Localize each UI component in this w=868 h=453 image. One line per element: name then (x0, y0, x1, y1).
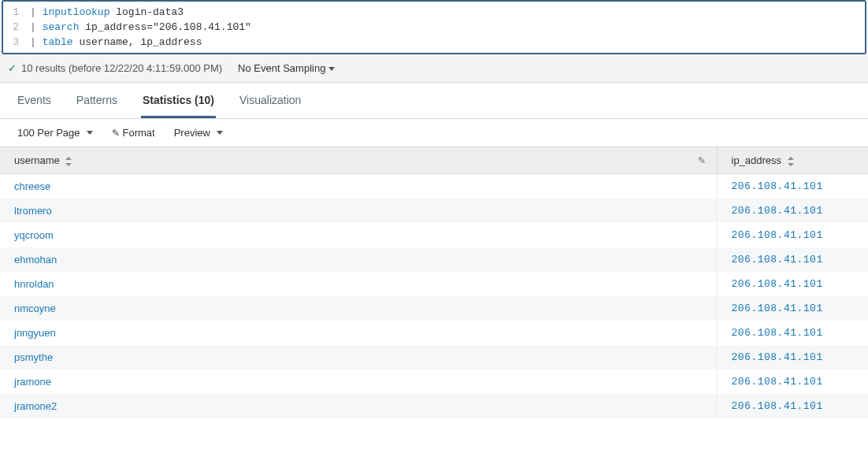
ip-cell[interactable]: 206.108.41.101 (717, 174, 868, 199)
table-row: ltromero 206.108.41.101 (0, 199, 868, 223)
edit-column-icon[interactable]: ✎ (698, 155, 706, 166)
code-line-1[interactable]: | inputlookup login-data3 (25, 2, 865, 20)
line-number: 1 (3, 2, 25, 20)
ip-cell[interactable]: 206.108.41.101 (717, 394, 868, 418)
column-header-ip-address[interactable]: ip_address (717, 147, 868, 174)
sort-icon (65, 157, 72, 166)
table-toolbar: 100 Per Page ✎ Format Preview (0, 119, 868, 147)
username-cell[interactable]: yqcroom (0, 223, 717, 247)
table-row: chreese 206.108.41.101 (0, 174, 868, 199)
tab-statistics[interactable]: Statistics (10) (141, 83, 216, 118)
username-cell[interactable]: jramone (0, 369, 717, 394)
caret-down-icon (328, 67, 335, 71)
ip-cell[interactable]: 206.108.41.101 (717, 247, 868, 272)
table-row: hnroldan 206.108.41.101 (0, 272, 868, 296)
sort-icon (788, 157, 794, 166)
table-row: jramone 206.108.41.101 (0, 369, 868, 394)
username-cell[interactable]: nmcoyne (0, 296, 717, 321)
caret-down-icon (87, 131, 93, 135)
search-editor[interactable]: 1 | inputlookup login-data3 2 | search i… (2, 0, 866, 54)
tab-events[interactable]: Events (16, 83, 53, 118)
username-cell[interactable]: jramone2 (0, 394, 717, 418)
caret-down-icon (217, 131, 223, 135)
username-cell[interactable]: ltromero (0, 199, 717, 223)
line-number: 3 (3, 35, 25, 53)
code-line-2[interactable]: | search ip_address="206.108.41.101" (25, 20, 865, 35)
format-icon: ✎ (112, 128, 120, 139)
ip-cell[interactable]: 206.108.41.101 (717, 223, 868, 247)
ip-cell[interactable]: 206.108.41.101 (717, 272, 868, 296)
ip-cell[interactable]: 206.108.41.101 (717, 321, 868, 345)
tab-visualization[interactable]: Visualization (238, 83, 302, 118)
line-number: 2 (3, 20, 25, 35)
results-count-text: 10 results (before 12/22/20 4:11:59.000 … (21, 62, 222, 74)
ip-cell[interactable]: 206.108.41.101 (717, 199, 868, 223)
table-row: jramone2 206.108.41.101 (0, 394, 868, 418)
table-row: psmythe 206.108.41.101 (0, 345, 868, 369)
ip-cell[interactable]: 206.108.41.101 (717, 345, 868, 369)
tab-patterns[interactable]: Patterns (75, 83, 119, 118)
job-status-bar: ✓ 10 results (before 12/22/20 4:11:59.00… (0, 54, 868, 83)
username-cell[interactable]: hnroldan (0, 272, 717, 296)
username-cell[interactable]: psmythe (0, 345, 717, 369)
success-check-icon: ✓ (8, 62, 17, 74)
username-cell[interactable]: chreese (0, 174, 717, 199)
result-tabs: Events Patterns Statistics (10) Visualiz… (0, 83, 868, 119)
ip-cell[interactable]: 206.108.41.101 (717, 296, 868, 321)
column-header-username[interactable]: username ✎ (0, 147, 717, 174)
event-sampling-dropdown[interactable]: No Event Sampling (238, 62, 335, 74)
per-page-dropdown[interactable]: 100 Per Page (17, 127, 93, 139)
table-row: jnngyuen 206.108.41.101 (0, 321, 868, 345)
table-row: nmcoyne 206.108.41.101 (0, 296, 868, 321)
username-cell[interactable]: jnngyuen (0, 321, 717, 345)
code-line-3[interactable]: | table username, ip_address (25, 35, 865, 53)
table-row: yqcroom 206.108.41.101 (0, 223, 868, 247)
ip-cell[interactable]: 206.108.41.101 (717, 369, 868, 394)
results-table: username ✎ ip_address chreese 206.108.41… (0, 147, 868, 418)
format-dropdown[interactable]: ✎ Format (112, 127, 155, 139)
table-row: ehmohan 206.108.41.101 (0, 247, 868, 272)
preview-dropdown[interactable]: Preview (174, 127, 223, 139)
username-cell[interactable]: ehmohan (0, 247, 717, 272)
